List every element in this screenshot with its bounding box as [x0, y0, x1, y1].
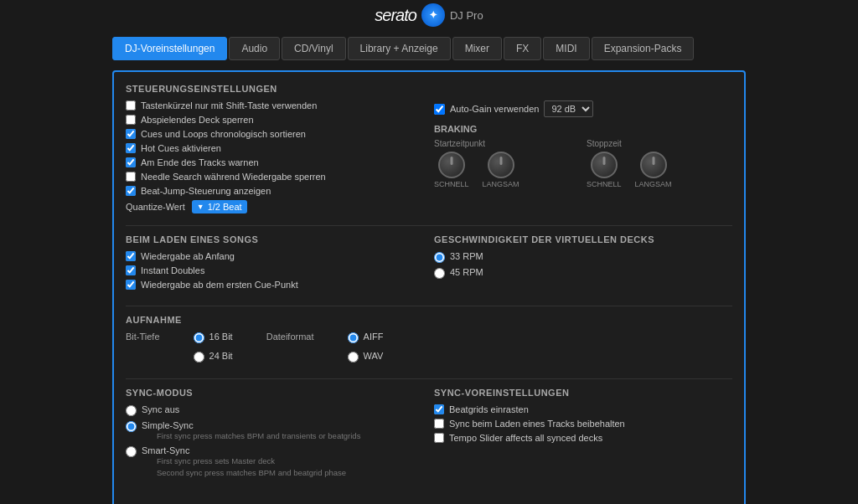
file-format-options: AIFF WAV [348, 332, 384, 367]
tab-expansion[interactable]: Expansion-Packs [592, 37, 695, 60]
checkbox-lock-deck-input[interactable] [126, 115, 136, 125]
tab-dj-settings[interactable]: DJ-Voreinstellungen [112, 37, 227, 60]
sync-presets-title: SYNC-VOREINSTELLUNGEN [434, 388, 732, 398]
quantize-arrow: ▼ [197, 203, 204, 211]
checkbox-hotkeys-label: Tastenkürzel nur mit Shift-Taste verwend… [141, 100, 317, 111]
knob-stop-fast-label: SCHNELL [587, 180, 622, 188]
tab-audio[interactable]: Audio [229, 37, 280, 60]
knob-stop-fast-knob[interactable] [591, 152, 618, 178]
smart-sync-content: Smart-Sync First sync press sets Master … [142, 445, 346, 478]
dj-pro-text: DJ Pro [450, 9, 483, 22]
recording-layout: Bit-Tiefe 16 Bit 24 Bit Dateiformat [126, 332, 732, 367]
radio-45rpm-input[interactable] [434, 268, 445, 279]
braking-layout: Startzeitpunkt SCHNELL LANGSAM [434, 139, 732, 188]
checkbox-hotkeys: Tastenkürzel nur mit Shift-Taste verwend… [126, 100, 424, 111]
radio-wav-input[interactable] [348, 352, 359, 363]
control-settings-section: STEUERUNGSEINSTELLUNGEN Tastenkürzel nur… [126, 84, 732, 213]
checkbox-play-start-input[interactable] [126, 251, 136, 261]
radio-33rpm: 33 RPM [434, 251, 732, 263]
braking-title: BRAKING [434, 124, 732, 134]
tab-mixer[interactable]: Mixer [452, 37, 502, 60]
checkbox-beat-jump-input[interactable] [126, 186, 136, 196]
checkbox-beatgrids-label: Beatgrids einrasten [449, 404, 529, 414]
simple-sync-label: Simple-Sync [142, 420, 360, 430]
radio-smart-sync-input[interactable] [126, 446, 137, 457]
knob-start-slow-knob[interactable] [488, 152, 514, 178]
quantize-label: Quantize-Wert [126, 202, 185, 212]
radio-wav: WAV [348, 351, 384, 363]
checkbox-warn-end: Am Ende des Tracks warnen [126, 157, 424, 167]
autogain-select[interactable]: 92 dB 89 dB 83 dB [544, 100, 593, 117]
knob-start-slow-label: LANGSAM [483, 180, 519, 188]
control-settings-title: STEUERUNGSEINSTELLUNGEN [126, 84, 732, 94]
tab-midi[interactable]: MIDI [543, 37, 589, 60]
radio-sync-off-input[interactable] [126, 405, 137, 416]
tab-fx[interactable]: FX [504, 37, 541, 60]
checkbox-instant-doubles-input[interactable] [126, 265, 136, 275]
sync-section: SYNC-MODUS Sync aus Simple-Sync First sy… [126, 388, 732, 482]
radio-45rpm: 45 RPM [434, 267, 732, 279]
virtual-decks-section: GESCHWINDIGKEIT DER VIRTUELLEN DECKS 33 … [434, 234, 732, 294]
radio-sync-off-label: Sync aus [142, 404, 179, 414]
checkbox-tempo-slider: Tempo Slider affects all synced decks [434, 433, 732, 443]
radio-24bit-input[interactable] [194, 352, 204, 363]
knob-stop-slow: LANGSAM [635, 152, 672, 188]
checkbox-needle-search-input[interactable] [126, 172, 136, 182]
checkbox-tempo-slider-input[interactable] [434, 433, 444, 443]
checkbox-beatgrids-input[interactable] [434, 404, 444, 414]
knob-start-fast-knob[interactable] [438, 152, 465, 178]
simple-sync-desc: First sync press matches BPM and transie… [157, 430, 360, 441]
radio-24bit-label: 24 Bit [209, 351, 233, 361]
checkbox-tempo-slider-label: Tempo Slider affects all synced decks [449, 433, 602, 443]
checkbox-sync-load: Sync beim Laden eines Tracks beibehalten [434, 419, 732, 429]
header: serato ✦ DJ Pro [112, 0, 746, 37]
checkbox-hot-cues: Hot Cues aktivieren [126, 143, 424, 153]
recording-section: AUFNAHME Bit-Tiefe 16 Bit 24 Bit Dateifo… [126, 315, 732, 367]
checkbox-instant-doubles-label: Instant Doubles [141, 265, 204, 275]
knob-start-slow: LANGSAM [483, 152, 519, 188]
checkbox-instant-doubles: Instant Doubles [126, 265, 424, 275]
radio-wav-label: WAV [364, 351, 384, 361]
checkbox-sort-cues-input[interactable] [126, 129, 136, 139]
quantize-select[interactable]: ▼ 1/2 Beat [192, 200, 247, 213]
checkbox-play-cue-input[interactable] [126, 280, 136, 290]
radio-33rpm-input[interactable] [434, 252, 445, 263]
checkbox-lock-deck: Abspielendes Deck sperren [126, 115, 424, 125]
knob-stop-fast: SCHNELL [587, 152, 622, 188]
checkbox-play-cue-label: Wiedergabe ab dem ersten Cue-Punkt [141, 280, 298, 290]
sync-mode-title: SYNC-MODUS [126, 388, 424, 398]
checkbox-sort-cues: Cues und Loops chronologisch sortieren [126, 129, 424, 139]
autogain-label: Auto-Gain verwenden [450, 104, 539, 114]
checkbox-play-start: Wiedergabe ab Anfang [126, 251, 424, 261]
knob-stop-slow-knob[interactable] [640, 152, 667, 178]
logo-icon: ✦ [421, 3, 445, 27]
loading-title: BEIM LADEN EINES SONGS [126, 234, 424, 244]
radio-simple-sync-input[interactable] [126, 421, 137, 432]
virtual-decks-title: GESCHWINDIGKEIT DER VIRTUELLEN DECKS [434, 234, 732, 244]
checkbox-sort-cues-label: Cues und Loops chronologisch sortieren [141, 129, 306, 139]
autogain-row: Auto-Gain verwenden 92 dB 89 dB 83 dB [434, 100, 732, 117]
checkbox-beatgrids: Beatgrids einrasten [434, 404, 732, 414]
logo-text: serato [375, 6, 416, 25]
checkbox-warn-end-input[interactable] [126, 157, 136, 167]
braking-section: BRAKING Startzeitpunkt SCHNELL [434, 124, 732, 188]
knob-stop-slow-label: LANGSAM [635, 180, 672, 188]
tab-cd-vinyl[interactable]: CD/Vinyl [282, 37, 345, 60]
checkbox-sync-load-input[interactable] [434, 419, 444, 429]
smart-sync-label: Smart-Sync [142, 445, 346, 455]
checkbox-sync-load-label: Sync beim Laden eines Tracks beibehalten [449, 419, 625, 429]
checkbox-hotkeys-input[interactable] [126, 100, 136, 111]
radio-33rpm-label: 33 RPM [450, 251, 483, 261]
braking-start-title: Startzeitpunkt [434, 139, 580, 148]
braking-stop-title: Stoppzeit [587, 139, 732, 148]
file-format-label: Dateiformat [266, 332, 314, 342]
checkbox-hot-cues-input[interactable] [126, 143, 136, 153]
radio-aiff-input[interactable] [348, 332, 359, 343]
radio-16bit-input[interactable] [194, 332, 204, 343]
autogain-checkbox[interactable] [434, 104, 445, 115]
radio-24bit: 24 Bit [194, 351, 233, 363]
recording-title: AUFNAHME [126, 315, 732, 325]
radio-16bit: 16 Bit [194, 332, 233, 343]
tab-library[interactable]: Library + Anzeige [348, 37, 451, 60]
sync-presets-section: SYNC-VOREINSTELLUNGEN Beatgrids einraste… [434, 388, 732, 482]
